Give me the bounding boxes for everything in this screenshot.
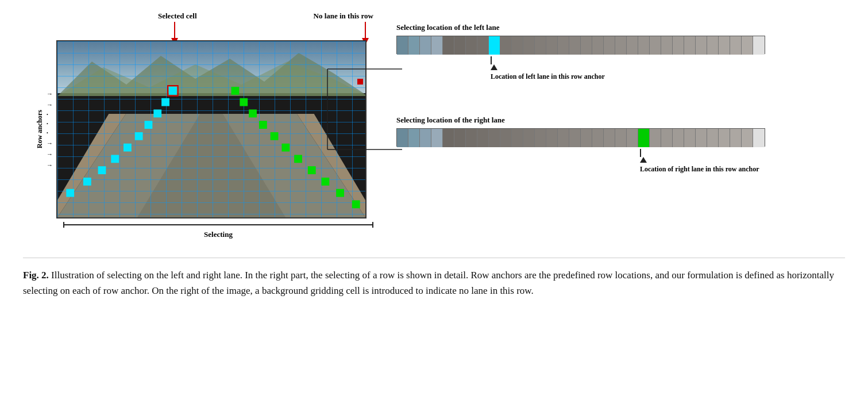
no-lane-marker bbox=[357, 79, 363, 85]
left-panel: Selected cell No lane in this row Row an… bbox=[23, 11, 379, 239]
strip-cell bbox=[443, 129, 454, 147]
right-lane-strip-section: Selecting location of the right lane Loc… bbox=[396, 116, 765, 174]
strip-cell bbox=[489, 36, 500, 55]
strip-cell bbox=[615, 129, 627, 147]
right-strip-title: Selecting location of the right lane bbox=[396, 116, 505, 125]
strip-cell bbox=[454, 129, 466, 147]
strip-cell bbox=[523, 36, 535, 55]
right-arrow-up bbox=[640, 157, 647, 163]
row-anchors-section: Row anchors → → • • • → → → bbox=[36, 90, 54, 168]
strip-cell bbox=[730, 129, 742, 147]
caption-bold: Fig. 2. bbox=[23, 270, 49, 281]
caption-area: Fig. 2. Illustration of selecting on the… bbox=[23, 258, 845, 298]
strip-cell bbox=[500, 36, 512, 55]
strip-cell bbox=[420, 36, 431, 55]
caption-text: Fig. 2. Illustration of selecting on the… bbox=[23, 267, 845, 298]
strip-cell bbox=[431, 129, 443, 147]
figure-container: Selected cell No lane in this row Row an… bbox=[23, 11, 845, 298]
strip-cell bbox=[408, 36, 420, 55]
strip-cell bbox=[592, 129, 604, 147]
strip-cell bbox=[627, 129, 638, 147]
strip-cell bbox=[684, 36, 696, 55]
strip-cell bbox=[466, 36, 477, 55]
strip-cell bbox=[730, 36, 742, 55]
strip-cell bbox=[512, 36, 523, 55]
selected-cell-label: Selected cell bbox=[158, 11, 197, 21]
strip-cell bbox=[627, 36, 638, 55]
strip-cell bbox=[719, 129, 730, 147]
strip-cell bbox=[477, 129, 489, 147]
strip-cell bbox=[523, 129, 535, 147]
svg-rect-27 bbox=[168, 86, 178, 96]
left-lane-strip-section: Selecting location of the left lane Loca… bbox=[396, 23, 765, 81]
row-anchors-label: Row anchors bbox=[36, 110, 44, 148]
strip-cell bbox=[420, 129, 431, 147]
road-image bbox=[56, 40, 367, 218]
right-strip-bar bbox=[396, 128, 765, 147]
strip-cell bbox=[546, 36, 558, 55]
strip-cell bbox=[500, 129, 512, 147]
strip-cell bbox=[431, 36, 443, 55]
strip-cell bbox=[397, 36, 408, 55]
strip-cell bbox=[558, 129, 569, 147]
left-arrow-up bbox=[491, 64, 497, 70]
strip-cell bbox=[581, 129, 592, 147]
strip-cell bbox=[443, 36, 454, 55]
strip-cell bbox=[615, 36, 627, 55]
strip-cell bbox=[558, 36, 569, 55]
strip-cell bbox=[707, 36, 719, 55]
left-strip-title: Selecting location of the left lane bbox=[396, 23, 499, 32]
strip-cell bbox=[581, 36, 592, 55]
strip-cell bbox=[592, 36, 604, 55]
strip-cell bbox=[638, 129, 650, 147]
strip-cell bbox=[753, 129, 765, 147]
strip-cell bbox=[753, 36, 765, 55]
selecting-label-area: Selecting bbox=[63, 222, 373, 239]
strip-cell bbox=[604, 36, 615, 55]
strip-cell bbox=[397, 129, 408, 147]
selected-cell-highlight bbox=[57, 41, 365, 217]
right-strip-label: Location of right lane in this row ancho… bbox=[640, 165, 759, 174]
strip-cell bbox=[638, 36, 650, 55]
strip-cell bbox=[535, 129, 546, 147]
strip-cell bbox=[466, 129, 477, 147]
strip-cell bbox=[650, 129, 661, 147]
strip-cell bbox=[569, 36, 581, 55]
strip-cell bbox=[477, 36, 489, 55]
strip-cell bbox=[454, 36, 466, 55]
selecting-text: Selecting bbox=[204, 230, 233, 239]
no-lane-label: No lane in this row bbox=[314, 11, 374, 21]
strip-cell bbox=[408, 129, 420, 147]
strip-cell bbox=[719, 36, 730, 55]
strip-cell bbox=[696, 129, 707, 147]
strip-cell bbox=[650, 36, 661, 55]
strip-cell bbox=[673, 129, 684, 147]
strip-cell bbox=[604, 129, 615, 147]
strip-cell bbox=[673, 36, 684, 55]
left-strip-arrow-area: Location of left lane in this row anchor bbox=[491, 56, 605, 81]
strip-cell bbox=[661, 129, 673, 147]
strip-cell bbox=[512, 129, 523, 147]
left-strip-bar bbox=[396, 36, 765, 54]
left-strip-cells bbox=[396, 36, 765, 54]
right-panel: Selecting location of the left lane Loca… bbox=[396, 17, 765, 174]
strip-cell bbox=[489, 129, 500, 147]
strip-cell bbox=[661, 36, 673, 55]
strip-cell bbox=[742, 129, 753, 147]
strip-cell bbox=[569, 129, 581, 147]
strip-cell bbox=[535, 36, 546, 55]
strip-cell bbox=[546, 129, 558, 147]
strip-cell bbox=[684, 129, 696, 147]
strip-cell bbox=[707, 129, 719, 147]
strip-cell bbox=[696, 36, 707, 55]
right-strip-cells bbox=[396, 128, 765, 147]
right-strip-arrow-area: Location of right lane in this row ancho… bbox=[640, 149, 759, 174]
left-strip-label: Location of left lane in this row anchor bbox=[491, 72, 605, 81]
diagram-area: Selected cell No lane in this row Row an… bbox=[23, 11, 845, 239]
caption-body: Illustration of selecting on the left an… bbox=[23, 270, 834, 296]
strip-cell bbox=[742, 36, 753, 55]
